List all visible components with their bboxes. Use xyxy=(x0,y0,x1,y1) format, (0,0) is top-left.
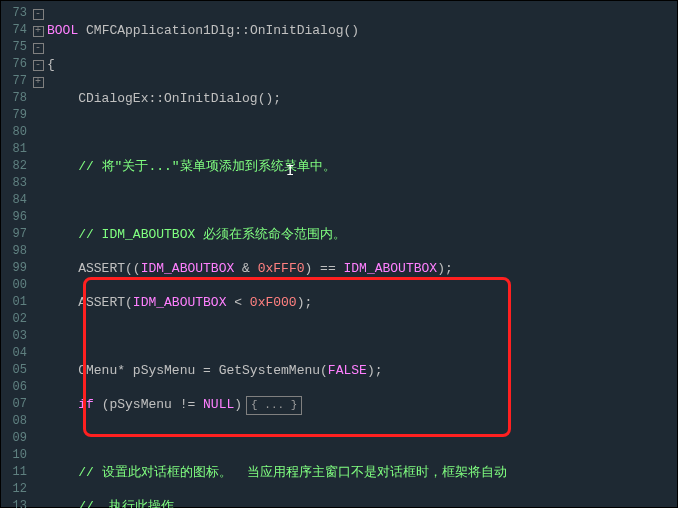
comment: // 执行此操作 xyxy=(78,499,174,508)
fold-minus-icon[interactable]: - xyxy=(33,9,44,20)
folded-region[interactable]: { ... } xyxy=(246,396,302,415)
line-number-gutter: 7374757677787980818283849697989900010203… xyxy=(1,1,31,507)
comment: // 将"关于..."菜单项添加到系统菜单中。 xyxy=(78,159,335,174)
comment: // 设置此对话框的图标。 当应用程序主窗口不是对话框时，框架将自动 xyxy=(78,465,507,480)
fold-plus-icon[interactable]: + xyxy=(33,26,44,37)
code-area[interactable]: BOOL CMFCApplication1Dlg::OnInitDialog()… xyxy=(45,1,677,507)
comment: // IDM_ABOUTBOX 必须在系统命令范围内。 xyxy=(78,227,346,242)
fold-plus-icon[interactable]: + xyxy=(33,77,44,88)
keyword: BOOL xyxy=(47,23,78,38)
fold-minus-icon[interactable]: - xyxy=(33,60,44,71)
fold-minus-icon[interactable]: - xyxy=(33,43,44,54)
fold-gutter[interactable]: - + - - + xyxy=(31,1,45,507)
code-editor[interactable]: 7374757677787980818283849697989900010203… xyxy=(0,0,678,508)
